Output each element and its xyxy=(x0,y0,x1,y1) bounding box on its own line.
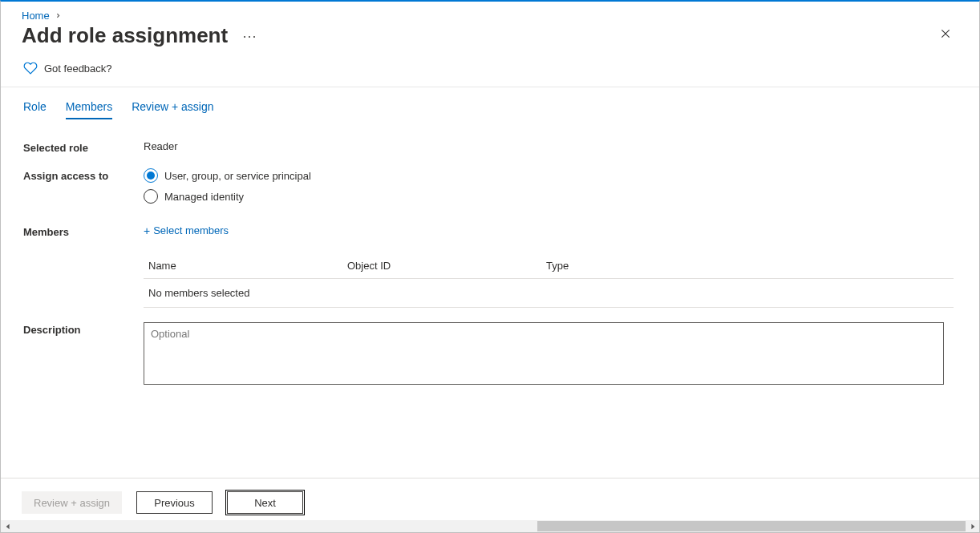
assign-access-label: Assign access to xyxy=(23,168,144,182)
plus-icon: + xyxy=(144,225,150,236)
radio-user-group-service-principal[interactable]: User, group, or service principal xyxy=(144,168,954,183)
tab-review-assign[interactable]: Review + assign xyxy=(132,100,213,119)
select-members-link[interactable]: + Select members xyxy=(144,224,229,236)
radio-icon xyxy=(144,168,158,183)
svg-marker-3 xyxy=(971,523,974,528)
tabs: Role Members Review + assign xyxy=(1,87,979,119)
review-assign-button: Review + assign xyxy=(22,491,122,514)
tab-members[interactable]: Members xyxy=(66,100,112,119)
selected-role-label: Selected role xyxy=(23,140,144,154)
footer-actions: Review + assign Previous Next xyxy=(1,478,979,520)
svg-marker-2 xyxy=(6,523,9,528)
radio-label: User, group, or service principal xyxy=(164,170,311,182)
members-empty-text: No members selected xyxy=(148,287,249,299)
radio-managed-identity[interactable]: Managed identity xyxy=(144,189,954,204)
next-button[interactable]: Next xyxy=(227,491,303,514)
members-form: Selected role Reader Assign access to Us… xyxy=(1,119,979,418)
members-table: Name Object ID Type No members selected xyxy=(144,253,954,308)
close-button[interactable] xyxy=(933,24,958,47)
radio-label: Managed identity xyxy=(164,191,244,203)
scroll-left-icon[interactable] xyxy=(1,520,14,532)
page-title: Add role assignment xyxy=(22,23,228,48)
feedback-bar[interactable]: Got feedback? xyxy=(1,56,979,87)
previous-button[interactable]: Previous xyxy=(136,491,213,514)
breadcrumb-home-link[interactable]: Home xyxy=(22,10,50,22)
select-members-text: Select members xyxy=(153,224,229,236)
more-actions-button[interactable]: ⋯ xyxy=(242,27,257,45)
col-header-name: Name xyxy=(148,260,347,272)
chevron-right-icon xyxy=(55,10,62,22)
scrollbar-thumb[interactable] xyxy=(537,521,966,531)
feedback-text: Got feedback? xyxy=(44,63,112,75)
col-header-object-id: Object ID xyxy=(347,260,546,272)
selected-role-value: Reader xyxy=(144,140,954,152)
horizontal-scrollbar[interactable] xyxy=(1,520,979,532)
scroll-right-icon[interactable] xyxy=(966,520,979,532)
heart-icon xyxy=(23,61,38,75)
description-label: Description xyxy=(23,322,144,336)
page-header: Add role assignment ⋯ xyxy=(1,22,979,56)
tab-role[interactable]: Role xyxy=(23,100,47,119)
radio-icon xyxy=(144,189,158,204)
members-label: Members xyxy=(23,224,144,238)
col-header-type: Type xyxy=(546,260,949,272)
description-input[interactable] xyxy=(144,322,944,385)
breadcrumb: Home xyxy=(1,2,979,22)
content-scroll-area[interactable]: Role Members Review + assign Selected ro… xyxy=(1,87,979,444)
